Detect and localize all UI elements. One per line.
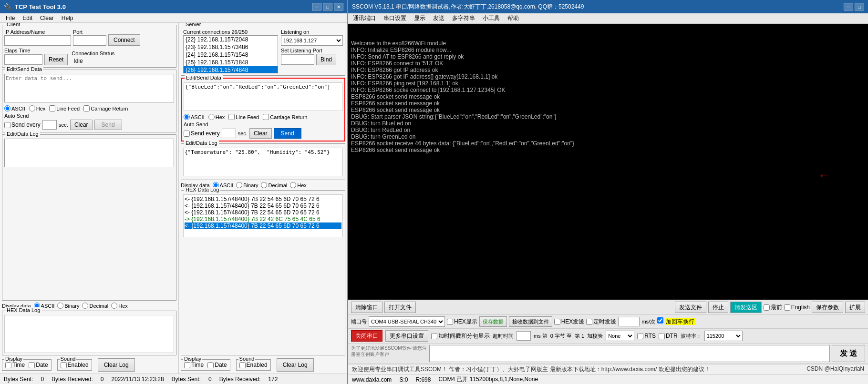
menu-edit[interactable]: Edit: [19, 14, 36, 22]
client-ascii-radio[interactable]: ASCII: [4, 105, 25, 111]
server-hex-log-area[interactable]: <- {192.168.1.157/48400} 7B 22 54 65 6D …: [183, 194, 343, 237]
timed-send-checkbox[interactable]: 定时发送: [586, 318, 616, 326]
sscom-minimize-btn[interactable]: ─: [844, 3, 853, 10]
sscom-menu-tools[interactable]: 小工具: [480, 14, 503, 23]
save-data-btn[interactable]: 保存数据: [479, 316, 507, 327]
minimize-btn[interactable]: ─: [312, 3, 321, 10]
hex-show-checkbox[interactable]: HEX显示: [447, 318, 477, 326]
add-newline-btn-label[interactable]: 加回车换行: [657, 317, 695, 326]
stop-btn[interactable]: 停止: [708, 302, 728, 313]
dtr-checkbox[interactable]: DTR: [659, 333, 678, 339]
connect-button[interactable]: Connect: [108, 34, 140, 46]
sscom-log-area[interactable]: Welcome to the esp8266WiFi module INFO: …: [348, 24, 868, 300]
timeout-label: 超时时间: [493, 333, 514, 340]
client-enabled-checkbox[interactable]: Enabled: [61, 362, 89, 368]
clear-window-btn[interactable]: 清除窗口: [351, 302, 382, 313]
send-file-btn[interactable]: 发送文件: [675, 302, 706, 313]
connections-list[interactable]: {22} 192.168.1.157/2048 {23} 192.168.1.1…: [183, 35, 278, 73]
client-send-every-input[interactable]: 1: [42, 120, 57, 130]
conn-item-1[interactable]: {22} 192.168.1.157/2048: [184, 36, 278, 43]
set-port-input[interactable]: 12345: [281, 54, 314, 65]
server-clear-button[interactable]: Clear: [249, 128, 272, 139]
extend-btn[interactable]: 扩展: [845, 302, 865, 313]
server-time-checkbox[interactable]: Time: [184, 362, 204, 368]
hex-line-1: <- {192.168.1.157/48400} 7B 22 54 65 6D …: [185, 196, 341, 202]
client-data-log-textarea[interactable]: [4, 139, 174, 167]
sscom-menu-display[interactable]: 显示: [411, 14, 428, 23]
server-enabled-checkbox[interactable]: Enabled: [239, 362, 268, 368]
more-port-btn[interactable]: 更多串口设置: [385, 330, 428, 342]
server-hex-radio[interactable]: Hex: [208, 114, 225, 120]
timed-value-input[interactable]: 1000: [618, 317, 640, 326]
bytes-recv-value: 0: [101, 376, 104, 383]
ip-input[interactable]: localhost: [4, 35, 71, 46]
sscom-menu-send[interactable]: 发送: [430, 14, 447, 23]
port-input[interactable]: 12345: [73, 35, 106, 46]
client-disp-hex[interactable]: Hex: [111, 303, 128, 309]
conn-item-4[interactable]: {25} 192.168.1.157/1848: [184, 59, 278, 66]
conn-item-3[interactable]: {24} 192.168.1.157/1548: [184, 51, 278, 59]
conn-item-5[interactable]: {26} 192.168.1.157/4848: [184, 66, 278, 73]
server-disp-hex[interactable]: Hex: [290, 182, 307, 188]
receive-to-file-btn[interactable]: 接收数据到文件: [509, 316, 552, 327]
sscom-menu-help[interactable]: 帮助: [505, 14, 522, 23]
timeout-input[interactable]: 20: [517, 331, 531, 341]
baud-select[interactable]: 115200: [704, 331, 743, 341]
menu-file[interactable]: File: [2, 14, 19, 22]
server-date-checkbox[interactable]: Date: [207, 362, 227, 368]
server-send-button[interactable]: Send: [274, 128, 301, 139]
server-cr-checkbox[interactable]: Carriage Return: [263, 114, 307, 120]
menu-help[interactable]: Help: [58, 14, 77, 22]
client-edit-send-textarea[interactable]: [4, 74, 174, 102]
bind-button[interactable]: Bind: [316, 54, 336, 65]
server-ascii-radio[interactable]: ASCII: [184, 114, 205, 120]
client-date-checkbox[interactable]: Date: [29, 362, 48, 368]
client-hex-log-area[interactable]: [4, 315, 174, 353]
port-select[interactable]: COM4 USB-SERIAL CH340: [369, 316, 445, 327]
rts-checkbox[interactable]: RTS: [637, 333, 656, 339]
client-send-button[interactable]: Send: [94, 120, 122, 130]
sscom-menu-serial[interactable]: 串口设置: [381, 14, 409, 23]
conn-status-value: Idle: [72, 57, 114, 65]
client-clear-log-button[interactable]: Clear Log: [98, 358, 135, 372]
conn-item-2[interactable]: {23} 192.168.1.157/3486: [184, 43, 278, 51]
server-send-every-input[interactable]: 1: [222, 129, 236, 138]
close-btn[interactable]: ✕: [334, 3, 343, 10]
sscom-menu-multistr[interactable]: 多字符串: [449, 14, 478, 23]
clear-send-btn[interactable]: 清发送区: [730, 302, 762, 313]
client-disp-binary[interactable]: Binary: [57, 303, 79, 309]
client-clear-button[interactable]: Clear: [70, 120, 93, 130]
save-params-btn[interactable]: 保存参数: [812, 302, 843, 313]
client-cr-checkbox[interactable]: Carriage Return: [83, 105, 128, 111]
send-input[interactable]: HELLO: [431, 348, 828, 359]
maximize-btn[interactable]: □: [323, 3, 332, 10]
send-button[interactable]: 发 送: [832, 345, 865, 362]
client-disp-decimal[interactable]: Decimal: [82, 303, 108, 309]
reset-button[interactable]: Reset: [44, 54, 68, 65]
server-clear-log-button[interactable]: Clear Log: [277, 358, 314, 372]
send-input-area[interactable]: HELLO: [429, 345, 830, 362]
client-hex-radio[interactable]: Hex: [29, 105, 46, 111]
tcp-titlebar: 🔌 TCP Test Tool 3.0 ─ □ ✕: [0, 0, 347, 13]
open-file-btn[interactable]: 打开文件: [384, 302, 416, 313]
menu-clear[interactable]: Clear: [36, 14, 58, 22]
listening-select[interactable]: 192.168.1.127: [281, 35, 343, 46]
sscom-maximize-btn[interactable]: □: [855, 3, 864, 10]
latest-checkbox[interactable]: 最前: [764, 303, 782, 312]
timestamp-checkbox[interactable]: 加时间戳和分包显示: [431, 332, 490, 340]
english-checkbox[interactable]: English: [784, 304, 810, 311]
hex-send-checkbox[interactable]: HEX发送: [554, 318, 585, 326]
sscom-menu-port[interactable]: 通讯端口: [350, 14, 379, 23]
server-data-log-textarea[interactable]: {"Temperature": "25.80", "Humidity": "45…: [183, 148, 343, 176]
checksum-select[interactable]: None: [606, 331, 634, 341]
close-port-btn[interactable]: 关闭串口: [351, 330, 382, 342]
server-disp-decimal[interactable]: Decimal: [261, 182, 287, 188]
client-time-checkbox[interactable]: Time: [5, 362, 25, 368]
server-disp-binary[interactable]: Binary: [236, 182, 258, 188]
server-edit-send-textarea[interactable]: {"BlueLed":"on","RedLed":"on","GreenLed"…: [184, 82, 342, 111]
server-send-every-checkbox[interactable]: Send every: [184, 130, 220, 137]
connections-label: Current connections 26/250: [183, 29, 278, 35]
server-lf-checkbox[interactable]: Line Feed: [228, 114, 259, 120]
client-lf-checkbox[interactable]: Line Feed: [49, 105, 80, 111]
client-send-every-checkbox[interactable]: Send every: [4, 121, 41, 128]
